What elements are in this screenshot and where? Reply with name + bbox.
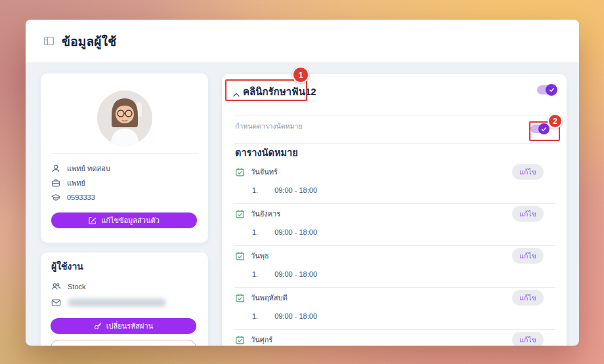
clinic-enabled-toggle[interactable] [537,85,555,94]
account-section-title: ผู้ใช้งาน [51,259,83,273]
slot-time: 09:00 - 18:00 [274,270,317,278]
calendar-check-icon [235,293,245,303]
profile-phone: 0593333 [67,193,95,201]
account-username-row: Stock [51,280,86,293]
schedule-title: ตารางนัดหมาย [235,145,298,160]
page-title: ข้อมูลผู้ใช้ [62,31,116,51]
edit-profile-button[interactable]: แก้ไขข้อมูลส่วนตัว [51,212,197,228]
annotation-step-1-badge: 1 [292,66,309,83]
danger-action-button[interactable] [51,340,196,346]
divider [234,203,555,204]
calendar-check-icon [235,209,245,219]
edit-day-button[interactable]: แก้ไข [512,248,544,264]
edit-day-button[interactable]: แก้ไข [512,332,544,346]
slot-index: 1. [252,228,258,236]
schedule-row-monday: วันจันทร์ แก้ไข 1. 09:00 - 18:00 [222,166,567,208]
profile-name: แพทย์ ทดสอบ [67,163,110,174]
annotation-step-2-badge: 2 [548,113,563,129]
annotation-box-clinic-name [225,79,307,101]
slot-index: 1. [252,312,258,320]
time-slot: 1. 09:00 - 18:00 [252,270,317,278]
edit-day-button[interactable]: แก้ไข [512,164,544,180]
profile-card: แพทย์ ทดสอบ แพทย์ [41,73,208,243]
users-group-icon [51,282,61,291]
edit-day-button[interactable]: แก้ไข [512,206,544,222]
day-name: วันพฤหัสบดี [251,292,288,304]
graduation-cap-icon [51,193,60,202]
profile-role: แพทย์ [67,177,85,189]
day-name: วันอังคาร [251,208,280,220]
envelope-icon [51,298,61,307]
user-icon [51,164,60,173]
schedule-row-friday: วันศุกร์ แก้ไข [222,334,567,346]
profile-name-row: แพทย์ ทดสอบ [51,161,200,176]
key-icon [94,322,102,330]
schedule-toggle-label: กำหนดตารางนัดหมาย [235,121,302,132]
app-window: ข้อมูลผู้ใช้ [26,20,579,346]
profile-role-row: แพทย์ [51,176,200,190]
profile-phone-row: 0593333 [51,190,200,205]
divider [234,329,555,330]
time-slot: 1. 09:00 - 18:00 [252,228,317,236]
schedule-row-tuesday: วันอังคาร แก้ไข 1. 09:00 - 18:00 [222,208,567,250]
schedule-row-wednesday: วันพุธ แก้ไข 1. 09:00 - 18:00 [222,250,567,292]
change-password-button[interactable]: เปลี่ยนรหัสผ่าน [51,318,196,334]
account-username: Stock [68,283,86,291]
divider [234,287,555,288]
calendar-check-icon [235,335,245,345]
calendar-check-icon [235,251,245,261]
slot-time: 09:00 - 18:00 [274,228,317,236]
briefcase-icon [51,178,60,188]
schedule-row-thursday: วันพฤหัสบดี แก้ไข 1. 09:00 - 18:00 [222,292,567,334]
slot-index: 1. [252,270,258,278]
calendar-check-icon [235,167,245,177]
toggle-thumb-check-icon [546,84,557,96]
change-password-label: เปลี่ยนรหัสผ่าน [106,320,153,332]
clinic-card: คลินิกรักษาฟัน12 กำหนดตารางนัดหมาย ตาราง… [222,74,567,346]
account-email-row [51,296,166,309]
account-card: ผู้ใช้งาน Stock [41,253,208,346]
edit-pencil-icon [89,216,97,224]
divider [234,245,555,246]
panel-layout-icon [43,35,54,47]
profile-divider [51,153,198,154]
day-name: วันพุธ [251,250,269,262]
time-slot: 1. 09:00 - 18:00 [252,186,317,194]
slot-index: 1. [252,186,258,194]
slot-time: 09:00 - 18:00 [274,186,317,194]
day-name: วันศุกร์ [251,334,272,346]
day-name: วันจันทร์ [251,166,278,178]
redacted-email [68,298,166,307]
edit-profile-label: แก้ไขข้อมูลส่วนตัว [101,214,160,226]
page-header: ข้อมูลผู้ใช้ [26,20,579,62]
divider [234,115,555,115]
divider [234,143,555,144]
edit-day-button[interactable]: แก้ไข [512,290,544,306]
time-slot: 1. 09:00 - 18:00 [252,312,317,320]
slot-time: 09:00 - 18:00 [274,312,317,320]
avatar [97,91,152,146]
